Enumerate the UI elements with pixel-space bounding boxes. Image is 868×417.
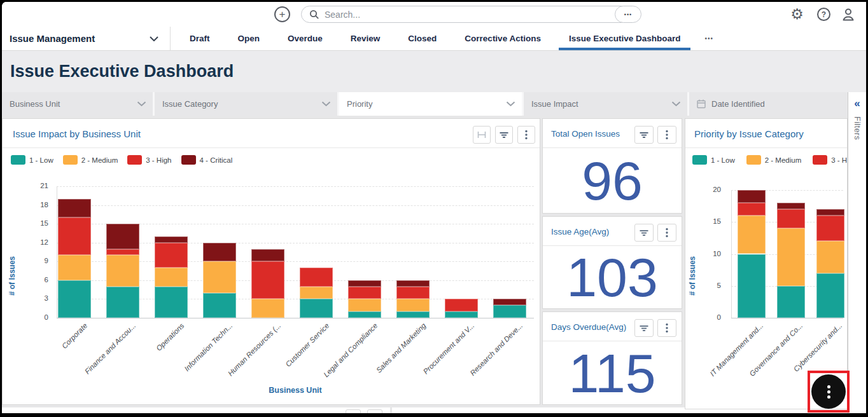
kpi-title: Total Open Issues xyxy=(551,119,620,148)
search-options-button[interactable]: ••• xyxy=(615,6,641,23)
kpi-header: Total Open Issues xyxy=(543,119,682,148)
bar-segment-4-critical[interactable] xyxy=(738,190,766,203)
settings-gear-icon[interactable]: ⚙ xyxy=(789,6,805,22)
y-axis-tick: 15 xyxy=(702,217,721,225)
y-axis-tick: 20 xyxy=(702,186,721,193)
bar-segment-2-medium[interactable] xyxy=(251,299,284,318)
filter-button[interactable] xyxy=(634,126,654,144)
bar-segment-1-low[interactable] xyxy=(777,286,805,318)
tab-bar: Issue Management DraftOpenOverdueReviewC… xyxy=(2,27,866,51)
bar-segment-2-medium[interactable] xyxy=(203,261,236,292)
filter-button[interactable] xyxy=(634,319,654,337)
kebab-menu-button[interactable] xyxy=(657,224,676,242)
bar-segment-4-critical[interactable] xyxy=(348,280,381,287)
y-axis-title: # of Issues xyxy=(8,213,17,296)
gridline xyxy=(57,205,534,206)
bar-segment-2-medium[interactable] xyxy=(396,299,430,311)
filter-button[interactable] xyxy=(346,409,361,413)
y-axis-tick: 3 xyxy=(29,294,48,302)
filter-button[interactable] xyxy=(634,224,654,242)
bar-segment-1-low[interactable] xyxy=(58,280,91,318)
module-selector[interactable]: Issue Management xyxy=(2,27,171,50)
kebab-menu-button[interactable] xyxy=(367,409,382,413)
bar-segment-3-high[interactable] xyxy=(58,217,91,255)
bar-segment-3-high[interactable] xyxy=(816,215,844,241)
kpi-value: 96 xyxy=(543,148,682,213)
tab-overdue[interactable]: Overdue xyxy=(274,27,337,50)
bar-segment-1-low[interactable] xyxy=(816,273,844,318)
bar-segment-2-medium[interactable] xyxy=(106,255,139,286)
bar-segment-4-critical[interactable] xyxy=(58,199,91,218)
bar-segment-1-low[interactable] xyxy=(203,293,236,318)
add-icon[interactable]: + xyxy=(274,6,290,22)
dashboard-actions-fab[interactable] xyxy=(811,374,846,409)
tab-issue-executive-dashboard[interactable]: Issue Executive Dashboard xyxy=(555,27,695,50)
search-bar[interactable] xyxy=(301,6,630,23)
bar-segment-3-high[interactable] xyxy=(155,243,188,268)
filter-business-unit[interactable]: Business Unit xyxy=(2,92,153,116)
bar-segment-2-medium[interactable] xyxy=(58,255,91,280)
kebab-menu-button[interactable] xyxy=(657,126,676,144)
bar-segment-4-critical[interactable] xyxy=(493,299,526,305)
collapse-filters-icon[interactable]: « xyxy=(848,97,866,110)
bar-segment-1-low[interactable] xyxy=(396,311,430,318)
tab-review[interactable]: Review xyxy=(337,27,395,50)
user-profile-icon[interactable] xyxy=(840,6,856,22)
y-axis-line xyxy=(57,186,57,318)
bar-segment-4-critical[interactable] xyxy=(816,209,844,215)
filter-label: Issue Impact xyxy=(531,99,671,109)
bottom-widget-left xyxy=(2,407,390,413)
y-axis-tick: 0 xyxy=(702,313,721,321)
filter-date-identified[interactable]: Date Identified xyxy=(689,92,848,116)
bar-segment-3-high[interactable] xyxy=(348,287,381,299)
filter-priority[interactable]: Priority xyxy=(339,92,522,116)
chevron-down-icon xyxy=(671,101,681,107)
bar-segment-2-medium[interactable] xyxy=(777,228,805,285)
kebab-menu-button[interactable] xyxy=(657,319,676,337)
bar-segment-2-medium[interactable] xyxy=(155,268,188,287)
bar-segment-1-low[interactable] xyxy=(155,287,188,318)
bar-segment-3-high[interactable] xyxy=(251,261,284,299)
bar-segment-3-high[interactable] xyxy=(445,299,478,311)
bar-segment-2-medium[interactable] xyxy=(348,299,381,311)
filter-issue-category[interactable]: Issue Category xyxy=(155,92,337,116)
tab-closed[interactable]: Closed xyxy=(394,27,451,50)
tab-open[interactable]: Open xyxy=(224,27,274,50)
bar-segment-3-high[interactable] xyxy=(300,268,333,287)
bar-segment-1-low[interactable] xyxy=(445,311,478,318)
bar-segment-3-high[interactable] xyxy=(738,203,766,215)
bar-segment-1-low[interactable] xyxy=(300,299,333,318)
bar-segment-4-critical[interactable] xyxy=(106,224,139,249)
window-frame: + ••• ⚙ ? Issue Management DraftOp xyxy=(0,0,868,417)
bar-segment-4-critical[interactable] xyxy=(155,236,188,243)
bar-segment-4-critical[interactable] xyxy=(777,203,805,209)
filters-side-strip: « Filters xyxy=(848,92,866,413)
bar-segment-4-critical[interactable] xyxy=(251,249,284,262)
bar-segment-4-critical[interactable] xyxy=(203,243,236,262)
kpi-card-days-overdue-avg: Days Overdue(Avg) 115 xyxy=(542,311,682,405)
y-axis-tick: 6 xyxy=(29,276,48,284)
kpi-card-issue-age-avg: Issue Age(Avg) 103 xyxy=(542,216,682,309)
tab-list: DraftOpenOverdueReviewClosedCorrective A… xyxy=(176,27,694,50)
help-icon[interactable]: ? xyxy=(816,6,832,22)
x-category-label: Legal and Compliance xyxy=(274,322,379,413)
y-axis-tick: 21 xyxy=(29,182,48,189)
bar-segment-2-medium[interactable] xyxy=(300,287,333,299)
bar-segment-3-high[interactable] xyxy=(106,249,139,256)
bar-segment-1-low[interactable] xyxy=(738,254,766,318)
bar-segment-2-medium[interactable] xyxy=(738,215,766,254)
search-input[interactable] xyxy=(325,10,579,20)
filter-issue-impact[interactable]: Issue Impact xyxy=(524,92,687,116)
tab-overflow-button[interactable]: ••• xyxy=(694,27,724,50)
bar-segment-3-high[interactable] xyxy=(777,209,805,228)
bar-segment-4-critical[interactable] xyxy=(396,280,430,287)
bar-segment-1-low[interactable] xyxy=(348,311,381,318)
tab-draft[interactable]: Draft xyxy=(176,27,224,50)
bar-segment-3-high[interactable] xyxy=(396,287,430,299)
filter-label: Date Identified xyxy=(711,99,841,109)
bar-segment-1-low[interactable] xyxy=(106,287,139,318)
bar-segment-2-medium[interactable] xyxy=(816,241,844,273)
bar-segment-1-low[interactable] xyxy=(493,305,526,318)
kebab-menu-icon xyxy=(827,390,830,393)
tab-corrective-actions[interactable]: Corrective Actions xyxy=(451,27,555,50)
